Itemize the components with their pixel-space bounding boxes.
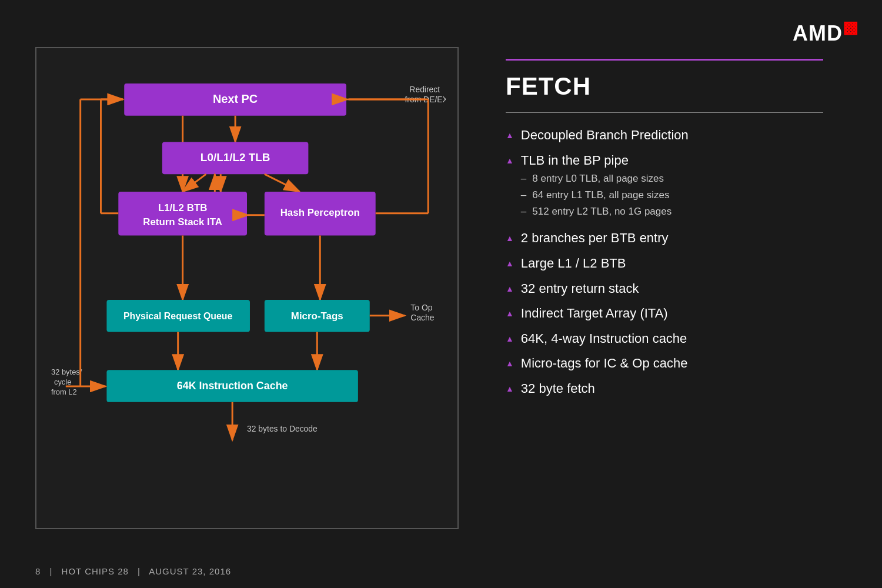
- svg-text:To Op: To Op: [410, 303, 432, 312]
- fetch-top-divider: [506, 59, 823, 61]
- fetch-sub-list-1: 8 entry L0 TLB, all page sizes64 entry L…: [521, 172, 671, 218]
- fetch-sub-bullet-1-0: 8 entry L0 TLB, all page sizes: [521, 172, 671, 185]
- fetch-bullet-wrapper-4: 32 entry return stack: [521, 280, 639, 298]
- bullet-icon-1: ▲: [506, 155, 514, 166]
- fetch-bullet-7: ▲Micro-tags for IC & Op cache: [506, 355, 823, 372]
- fetch-bullet-0: ▲Decoupled Branch Prediction: [506, 127, 823, 144]
- fetch-bullet-wrapper-0: Decoupled Branch Prediction: [521, 127, 689, 144]
- fetch-bullet-wrapper-2: 2 branches per BTB entry: [521, 230, 669, 247]
- fetch-bullet-wrapper-7: Micro-tags for IC & Op cache: [521, 355, 688, 372]
- svg-line-5: [265, 174, 300, 192]
- fetch-bullet-8: ▲32 byte fetch: [506, 380, 823, 397]
- svg-text:Return Stack ITA: Return Stack ITA: [143, 216, 222, 228]
- amd-logo-symbol: ▩: [843, 18, 858, 36]
- svg-text:Cache: Cache: [410, 313, 434, 322]
- svg-text:Physical Request Queue: Physical Request Queue: [123, 311, 233, 321]
- fetch-bullet-3: ▲Large L1 / L2 BTB: [506, 255, 823, 272]
- architecture-diagram: Next PC L0/L1/L2 TLB L1/L2 BTB Return St…: [48, 66, 446, 510]
- svg-line-4: [183, 174, 206, 192]
- fetch-bullet-4: ▲32 entry return stack: [506, 280, 823, 298]
- fetch-sub-bullet-1-2: 512 entry L2 TLB, no 1G pages: [521, 205, 671, 218]
- bullet-icon-2: ▲: [506, 233, 514, 243]
- fetch-bullet-wrapper-8: 32 byte fetch: [521, 380, 595, 397]
- diagram-panel: Next PC L0/L1/L2 TLB L1/L2 BTB Return St…: [35, 47, 459, 529]
- fetch-bullet-text-3: Large L1 / L2 BTB: [521, 256, 626, 270]
- fetch-bullet-wrapper-3: Large L1 / L2 BTB: [521, 255, 626, 272]
- fetch-title: FETCH: [506, 72, 823, 101]
- svg-text:64K Instruction Cache: 64K Instruction Cache: [177, 380, 288, 392]
- fetch-bullet-6: ▲64K, 4-way Instruction cache: [506, 330, 823, 348]
- fetch-bullet-1: ▲TLB in the BP pipe8 entry L0 TLB, all p…: [506, 152, 823, 222]
- footer-sep2: |: [138, 566, 141, 576]
- fetch-text-panel: FETCH ▲Decoupled Branch Prediction▲TLB i…: [482, 47, 847, 417]
- svg-text:from L2: from L2: [51, 387, 77, 396]
- fetch-bullet-text-8: 32 byte fetch: [521, 381, 595, 396]
- bullet-icon-0: ▲: [506, 130, 514, 141]
- footer-sep1: |: [50, 566, 53, 576]
- bullet-icon-4: ▲: [506, 283, 514, 294]
- fetch-bullet-wrapper-6: 64K, 4-way Instruction cache: [521, 330, 687, 348]
- fetch-bullet-text-1: TLB in the BP pipe: [521, 153, 629, 168]
- fetch-bullet-text-6: 64K, 4-way Instruction cache: [521, 331, 687, 346]
- footer-date: AUGUST 23, 2016: [149, 566, 231, 576]
- bullet-icon-8: ▲: [506, 383, 514, 394]
- footer: 8 | HOT CHIPS 28 | AUGUST 23, 2016: [35, 566, 231, 576]
- fetch-bullet-text-2: 2 branches per BTB entry: [521, 230, 669, 245]
- fetch-bullet-text-0: Decoupled Branch Prediction: [521, 128, 689, 142]
- next-pc-label: Next PC: [213, 92, 258, 105]
- fetch-bullet-text-4: 32 entry return stack: [521, 281, 639, 296]
- bullet-icon-7: ▲: [506, 358, 514, 369]
- svg-text:L1/L2 BTB: L1/L2 BTB: [158, 202, 208, 213]
- fetch-bullet-2: ▲2 branches per BTB entry: [506, 230, 823, 247]
- tlb-label: L0/L1/L2 TLB: [201, 151, 270, 163]
- svg-text:32 bytes to Decode: 32 bytes to Decode: [247, 424, 318, 433]
- fetch-bullet-wrapper-5: Indirect Target Array (ITA): [521, 305, 668, 322]
- amd-logo: AMD▩: [793, 18, 858, 46]
- fetch-bottom-divider: [506, 112, 823, 113]
- svg-text:32 bytes/: 32 bytes/: [51, 368, 82, 376]
- amd-logo-text: AMD: [793, 21, 843, 45]
- svg-text:cycle: cycle: [54, 377, 71, 386]
- fetch-bullet-text-5: Indirect Target Array (ITA): [521, 306, 668, 320]
- footer-conference: HOT CHIPS 28: [62, 566, 129, 576]
- bullet-icon-3: ▲: [506, 258, 514, 269]
- bullet-icon-5: ▲: [506, 308, 514, 319]
- fetch-bullet-text-7: Micro-tags for IC & Op cache: [521, 356, 688, 370]
- fetch-bullet-list: ▲Decoupled Branch Prediction▲TLB in the …: [506, 127, 823, 397]
- fetch-bullet-wrapper-1: TLB in the BP pipe8 entry L0 TLB, all pa…: [521, 152, 671, 222]
- svg-text:Redirect: Redirect: [409, 85, 440, 94]
- footer-page: 8: [35, 566, 41, 576]
- bullet-icon-6: ▲: [506, 333, 514, 344]
- svg-text:Hash Perceptron: Hash Perceptron: [280, 207, 360, 218]
- fetch-sub-bullet-1-1: 64 entry L1 TLB, all page sizes: [521, 189, 671, 202]
- btb-box: [118, 192, 247, 236]
- svg-text:Micro-Tags: Micro-Tags: [291, 310, 343, 322]
- fetch-bullet-5: ▲Indirect Target Array (ITA): [506, 305, 823, 322]
